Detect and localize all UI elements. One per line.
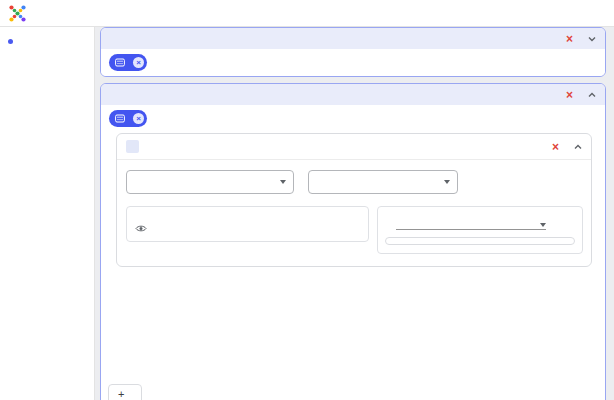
plus-icon: + xyxy=(118,389,124,400)
remove-action-icon[interactable]: × xyxy=(552,141,559,153)
main-content: × × × × xyxy=(95,27,614,400)
remove-card-icon[interactable]: × xyxy=(566,33,573,45)
experiment-steps-sidebar xyxy=(0,27,95,400)
mix-media-components-card: × × xyxy=(100,27,606,77)
chevron-up-icon[interactable] xyxy=(573,142,583,152)
remove-card-icon[interactable]: × xyxy=(566,89,573,101)
action-number-badge xyxy=(126,140,139,153)
plate-icon xyxy=(115,58,125,67)
mixtures-header-row xyxy=(134,223,361,241)
action-card: × xyxy=(116,133,592,267)
chevron-up-icon[interactable] xyxy=(587,90,597,100)
cell-plate-chip[interactable]: × xyxy=(109,54,147,71)
add-cells-card-header[interactable]: × xyxy=(101,84,605,105)
source-liquids-select[interactable] xyxy=(126,170,294,194)
chip-remove-icon[interactable]: × xyxy=(133,57,144,68)
app-logo-icon[interactable] xyxy=(8,4,27,23)
eye-icon[interactable] xyxy=(135,223,148,234)
add-action-button[interactable]: + xyxy=(108,384,142,400)
mixtures-panel xyxy=(126,206,369,242)
additions-select[interactable] xyxy=(308,170,458,194)
dropdown-caret-icon xyxy=(444,180,450,184)
active-step-dot-icon xyxy=(8,39,13,44)
dropdown-caret-icon xyxy=(540,223,546,227)
well-plate-grid[interactable] xyxy=(385,237,575,245)
plate-view-select[interactable] xyxy=(396,223,546,230)
sidebar-item-plan[interactable] xyxy=(7,39,90,44)
layout-panel xyxy=(377,206,583,254)
chevron-down-icon[interactable] xyxy=(587,34,597,44)
top-bar xyxy=(0,0,614,27)
mix-media-card-header[interactable]: × xyxy=(101,28,605,49)
chip-remove-icon[interactable]: × xyxy=(133,113,144,124)
dropdown-caret-icon xyxy=(280,180,286,184)
cell-plate-chip[interactable]: × xyxy=(109,110,147,127)
add-cells-card: × × × xyxy=(100,83,606,400)
plate-icon xyxy=(115,114,125,123)
